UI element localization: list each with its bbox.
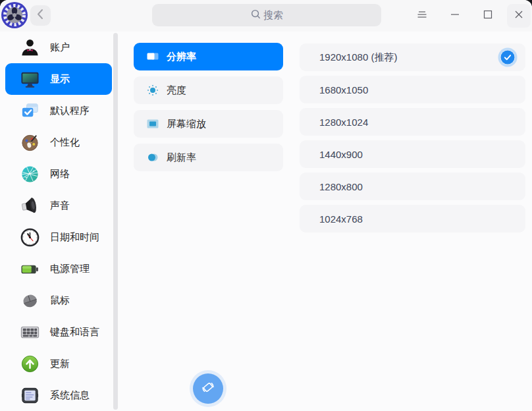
- sidebar-item-label: 键盘和语言: [50, 326, 99, 339]
- sidebar-item-personalization[interactable]: 个性化: [5, 126, 112, 158]
- resolution-option-1440x900[interactable]: 1440x900: [300, 140, 525, 168]
- resolution-option-1280x800[interactable]: 1280x800: [300, 173, 525, 200]
- resolution-option-label: 1440x900: [319, 149, 363, 160]
- resolution-option-1680x1050[interactable]: 1680x1050: [300, 76, 525, 103]
- mouse-icon: [20, 290, 40, 311]
- submenu-item-resolution[interactable]: 分辨率: [134, 43, 283, 70]
- resolution-option-label: 1280x1024: [319, 117, 368, 128]
- system-info-icon: [20, 385, 40, 406]
- sidebar-item-label: 显示: [50, 73, 70, 86]
- close-button[interactable]: [507, 4, 531, 28]
- resolution-icon: [146, 50, 159, 63]
- clock-icon: [20, 227, 40, 248]
- sidebar-item-label: 声音: [50, 200, 70, 212]
- chevron-left-icon: [30, 4, 51, 27]
- search-input[interactable]: 搜索: [152, 4, 381, 26]
- titlebar: 搜索: [0, 0, 532, 32]
- sidebar-item-label: 鼠标: [50, 294, 70, 307]
- sidebar-item-update[interactable]: 更新: [5, 348, 112, 379]
- sidebar-item-display[interactable]: 显示: [5, 63, 112, 95]
- user-icon: [20, 38, 40, 58]
- sidebar-item-label: 默认程序: [50, 105, 90, 117]
- keyboard-icon: [20, 322, 40, 342]
- default-apps-icon: [20, 101, 40, 121]
- resolution-option-1280x1024[interactable]: 1280x1024: [300, 108, 525, 136]
- close-icon: [512, 8, 525, 24]
- display-icon: [20, 69, 40, 90]
- maximize-icon: [481, 8, 494, 24]
- sound-icon: [20, 196, 40, 216]
- sidebar-item-label: 更新: [50, 358, 70, 370]
- sidebar-item-label: 电源管理: [50, 263, 90, 275]
- back-button[interactable]: [30, 5, 51, 26]
- resolution-option-label: 1680x1050: [319, 84, 368, 96]
- minimize-button[interactable]: [443, 4, 467, 28]
- submenu-item-scaling[interactable]: 屏幕缩放: [134, 110, 283, 138]
- scaling-icon: [146, 117, 159, 130]
- sidebar-item-label: 日期和时间: [50, 231, 99, 244]
- submenu-item-label: 屏幕缩放: [167, 118, 206, 130]
- search-placeholder: 搜索: [263, 9, 283, 22]
- app-logo-icon: [1, 1, 28, 29]
- sidebar-item-accounts[interactable]: 账户: [5, 32, 112, 63]
- resolution-option-label: 1920x1080 (推荐): [319, 51, 397, 64]
- menu-button[interactable]: [410, 4, 434, 28]
- brightness-icon: [146, 84, 159, 97]
- resolution-option-label: 1024x768: [319, 213, 363, 225]
- sidebar-item-label: 系统信息: [50, 389, 90, 402]
- sidebar-item-network[interactable]: 网络: [5, 158, 112, 190]
- submenu-item-label: 分辨率: [167, 51, 196, 63]
- sidebar-item-default-apps[interactable]: 默认程序: [5, 95, 112, 126]
- screen-rotate-icon: [200, 379, 216, 398]
- sidebar-item-system-info[interactable]: 系统信息: [5, 379, 112, 411]
- sidebar-item-power[interactable]: 电源管理: [5, 253, 112, 285]
- search-icon: [250, 9, 261, 22]
- update-icon: [20, 354, 40, 374]
- hamburger-menu-icon: [415, 8, 429, 24]
- network-icon: [20, 164, 40, 184]
- sidebar-item-label: 个性化: [50, 136, 80, 149]
- minimize-icon: [448, 8, 462, 24]
- resolution-option-1920x1080[interactable]: 1920x1080 (推荐): [300, 43, 525, 71]
- resolution-option-label: 1280x800: [319, 181, 363, 192]
- sidebar-item-label: 账户: [50, 41, 70, 54]
- submenu-item-brightness[interactable]: 亮度: [134, 76, 283, 104]
- sidebar-item-label: 网络: [50, 168, 70, 180]
- sidebar-scrollbar[interactable]: [113, 33, 118, 410]
- resolution-option-1024x768[interactable]: 1024x768: [300, 205, 525, 233]
- battery-icon: [20, 259, 40, 279]
- submenu-item-label: 刷新率: [167, 151, 196, 164]
- submenu-item-refresh-rate[interactable]: 刷新率: [134, 144, 283, 171]
- refresh-rate-icon: [146, 151, 159, 164]
- sidebar-item-sound[interactable]: 声音: [5, 190, 112, 221]
- settings-window: 搜索: [0, 0, 532, 411]
- submenu-item-label: 亮度: [167, 84, 186, 97]
- personalization-icon: [20, 132, 40, 153]
- maximize-button[interactable]: [476, 4, 500, 28]
- sidebar-item-mouse[interactable]: 鼠标: [5, 285, 112, 316]
- screen-rotate-button[interactable]: [193, 373, 223, 404]
- sidebar-item-keyboard[interactable]: 键盘和语言: [5, 316, 112, 348]
- sidebar-item-datetime[interactable]: 日期和时间: [5, 221, 112, 253]
- check-icon: [500, 50, 515, 65]
